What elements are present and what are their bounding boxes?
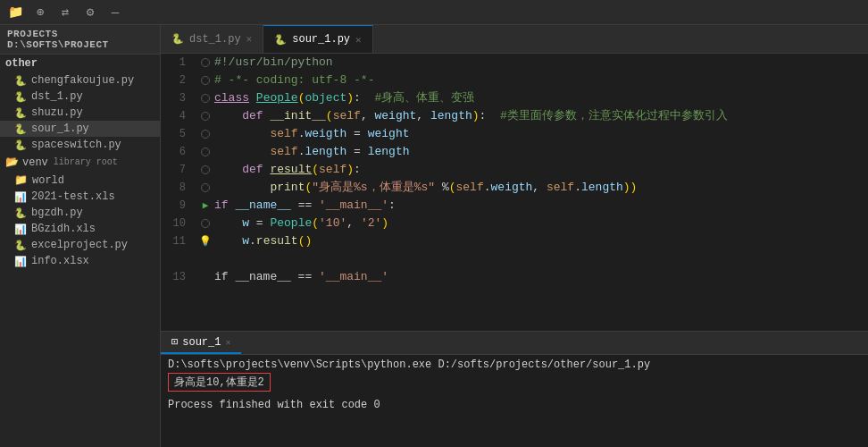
code-line-4: def __init__ ( self , weight , length ) … (193, 107, 868, 125)
sidebar-item-sour1[interactable]: 🐍 sour_1.py (0, 121, 160, 137)
py-icon: 🐍 (14, 139, 27, 151)
code-content-3b (249, 89, 256, 107)
terminal-exit-message: Process finished with exit code 0 (168, 399, 861, 411)
toolbar: 📁 ⊕ ⇄ ⚙ — (0, 0, 868, 25)
sidebar-item-label: BGzidh.xls (31, 223, 96, 235)
tabs-bar: 🐍 dst_1.py ✕ 🐍 sour_1.py ✕ (161, 25, 868, 54)
tab-icon-sour1: 🐍 (274, 34, 287, 46)
sidebar-item-bgzdh[interactable]: 🐍 bgzdh.py (0, 205, 160, 221)
folder-icon: 📂 (5, 156, 19, 169)
code-line-5: self . weigth = weight (193, 125, 868, 143)
gutter-10 (196, 219, 214, 228)
code-line-12 (193, 250, 868, 268)
tab-sour1[interactable]: 🐍 sour_1.py ✕ (263, 25, 372, 53)
sidebar-item-spaceswitch[interactable]: 🐍 spaceswitch.py (0, 137, 160, 153)
toolbar-icon-gear[interactable]: ⚙ (82, 4, 98, 21)
gutter-7 (196, 165, 214, 174)
sidebar-item-venv[interactable]: 📂 venv library root (0, 153, 160, 172)
code-content-3d: ( (298, 89, 305, 107)
code-line-10: w = People ( '10' , '2' ) (193, 215, 868, 232)
folder-icon: 📁 (14, 173, 28, 187)
tab-icon-dst1: 🐍 (171, 33, 184, 45)
sidebar-item-excelproject[interactable]: 🐍 excelproject.py (0, 237, 160, 253)
code-content-3a: class (214, 89, 249, 107)
sidebar-item-label: info.xlsx (31, 255, 89, 267)
code-content-3e: object (305, 89, 346, 107)
sidebar-item-label: 2021-test.xls (31, 190, 115, 203)
terminal-icon: ⊡ (171, 335, 178, 349)
xls-icon: 📊 (14, 224, 27, 235)
gutter-8 (196, 183, 214, 192)
sidebar-item-info[interactable]: 📊 info.xlsx (0, 253, 160, 269)
sidebar-item-2021test[interactable]: 📊 2021-test.xls (0, 189, 160, 205)
xls-icon: 📊 (14, 191, 27, 203)
xlsx-icon: 📊 (14, 256, 27, 267)
venv-badge: library root (54, 157, 118, 167)
code-line-13: if __name__ == '__main__' (193, 268, 868, 286)
terminal-area: ⊡ sour_1 ✕ D:\softs\projects\venv\Script… (161, 331, 868, 447)
sidebar-item-world[interactable]: 📁 world (0, 172, 160, 189)
code-content-3c: People (256, 89, 298, 107)
code-line-2: # -*- coding: utf-8 -*- (193, 72, 868, 89)
editor-area: 🐍 dst_1.py ✕ 🐍 sour_1.py ✕ 1 2 3 4 5 6 7… (161, 25, 868, 447)
code-line-7: def result ( self ) : (193, 161, 868, 179)
bulb-icon: 💡 (199, 232, 212, 250)
code-editor[interactable]: 1 2 3 4 5 6 7 8 9 10 11 12 13 #!/usr/bin… (161, 54, 868, 331)
terminal-content: D:\softs\projects\venv\Scripts\python.ex… (161, 355, 868, 415)
code-content-1: #!/usr/bin/python (214, 54, 333, 72)
code-content-2: # -*- coding: utf-8 -*- (214, 72, 374, 89)
sidebar-item-label: sour_1.py (31, 122, 89, 135)
sidebar-item-label: shuzu.py (31, 106, 83, 119)
code-lines: #!/usr/bin/python # -*- coding: utf-8 -*… (193, 54, 868, 331)
sidebar-item-label: chengfakoujue.py (31, 74, 134, 87)
sidebar-item-label: bgzdh.py (31, 207, 83, 219)
py-icon: 🐍 (14, 91, 27, 103)
toolbar-icon-split[interactable]: ⇄ (57, 4, 73, 21)
py-icon: 🐍 (14, 107, 27, 119)
tab-label: dst_1.py (189, 33, 241, 46)
sidebar-header: Projects D:\softs\project (0, 25, 160, 55)
sidebar: Projects D:\softs\project other 🐍 chengf… (0, 25, 161, 447)
main-area: Projects D:\softs\project other 🐍 chengf… (0, 25, 868, 447)
toolbar-icon-plus[interactable]: ⊕ (32, 4, 48, 21)
gutter-4 (196, 112, 214, 121)
sidebar-item-label: world (32, 174, 64, 187)
sidebar-item-bgzidh[interactable]: 📊 BGzidh.xls (0, 221, 160, 237)
sidebar-item-shuzu[interactable]: 🐍 shuzu.py (0, 105, 160, 121)
py-icon: 🐍 (14, 123, 27, 135)
terminal-tab-sour1[interactable]: ⊡ sour_1 ✕ (161, 332, 241, 354)
terminal-command: D:\softs\projects\venv\Scripts\python.ex… (168, 358, 861, 371)
code-content-3h: #身高、体重、变强 (374, 89, 474, 107)
toolbar-icon-minimize[interactable]: — (107, 4, 123, 21)
gutter-1 (196, 58, 214, 67)
code-line-9: ▶ if __name__ == '__main__' : (193, 197, 868, 215)
code-line-3: class People ( object ) : #身高、体重、变强 (193, 89, 868, 107)
code-line-1: #!/usr/bin/python (193, 54, 868, 72)
sidebar-item-label: dst_1.py (31, 90, 83, 103)
tab-close-sour1[interactable]: ✕ (355, 34, 362, 46)
py-icon: 🐍 (14, 75, 27, 87)
toolbar-icon-folder[interactable]: 📁 (7, 4, 23, 21)
sidebar-item-dst1[interactable]: 🐍 dst_1.py (0, 89, 160, 105)
terminal-output: 身高是10,体重是2 (168, 373, 271, 392)
tab-dst1[interactable]: 🐍 dst_1.py ✕ (161, 25, 263, 53)
py-icon: 🐍 (14, 207, 27, 219)
sidebar-section-other[interactable]: other (0, 55, 160, 72)
sidebar-item-label: spaceswitch.py (31, 139, 121, 151)
terminal-tab-close[interactable]: ✕ (225, 337, 230, 348)
code-line-6: self . length = length (193, 143, 868, 161)
tab-label: sour_1.py (292, 33, 350, 46)
terminal-output-wrapper: 身高是10,体重是2 (168, 373, 861, 395)
code-content-3f: ) (346, 89, 354, 107)
tab-close-dst1[interactable]: ✕ (246, 33, 253, 45)
gutter-9: ▶ (196, 197, 214, 215)
gutter-6 (196, 148, 214, 156)
sidebar-item-label: venv (22, 156, 48, 169)
sidebar-item-label: excelproject.py (31, 239, 128, 251)
terminal-tab-label: sour_1 (182, 336, 221, 349)
gutter-5 (196, 130, 214, 139)
run-arrow-icon: ▶ (203, 197, 209, 215)
sidebar-item-chengfakoujue[interactable]: 🐍 chengfakoujue.py (0, 72, 160, 89)
gutter-3 (196, 94, 214, 103)
line-numbers: 1 2 3 4 5 6 7 8 9 10 11 12 13 (161, 54, 193, 331)
